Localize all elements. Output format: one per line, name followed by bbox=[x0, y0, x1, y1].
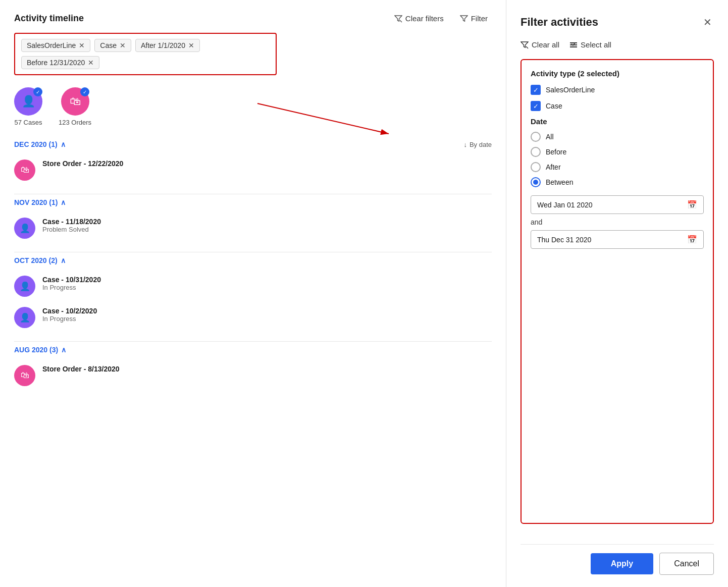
cases-label: 57 Cases bbox=[15, 119, 42, 126]
clear-filters-icon bbox=[394, 15, 402, 23]
calendar-from-icon[interactable]: 📅 bbox=[687, 200, 697, 209]
panel-title: Filter activities bbox=[521, 16, 598, 29]
date-to-input[interactable] bbox=[537, 236, 687, 244]
svg-rect-6 bbox=[570, 46, 577, 47]
remove-before-tag[interactable]: ✕ bbox=[88, 59, 94, 66]
radio-after-label: After bbox=[546, 163, 561, 171]
activity-header: Activity timeline Clear filters Filter bbox=[14, 12, 492, 25]
stat-orders: 🛍 ✓ 123 Orders bbox=[59, 87, 91, 126]
remove-salesorderline-tag[interactable]: ✕ bbox=[79, 42, 85, 49]
store-order-aug-title: Store Order - 8/13/2020 bbox=[42, 365, 492, 373]
radio-before-label: Before bbox=[546, 148, 566, 156]
radio-before-circle[interactable] bbox=[531, 147, 541, 157]
radio-between-label: Between bbox=[546, 178, 573, 186]
left-panel: Activity timeline Clear filters Filter S… bbox=[0, 0, 506, 587]
date-to-input-wrap[interactable]: 📅 bbox=[531, 230, 704, 249]
case-oct2-icon: 👤 bbox=[14, 307, 35, 328]
remove-case-tag[interactable]: ✕ bbox=[120, 42, 126, 49]
radio-after[interactable]: After bbox=[531, 162, 704, 172]
close-button[interactable]: ✕ bbox=[701, 14, 714, 30]
filter-tag-after: After 1/1/2020 ✕ bbox=[135, 39, 200, 52]
radio-between[interactable]: Between bbox=[531, 177, 704, 187]
date-radio-group: All Before After Between bbox=[531, 132, 704, 187]
filter-tags-container: SalesOrderLine ✕ Case ✕ After 1/1/2020 ✕… bbox=[14, 33, 277, 75]
activity-type-title: Activity type (2 selected) bbox=[531, 69, 704, 78]
case-oct1-icon: 👤 bbox=[14, 276, 35, 297]
filter-tag-before: Before 12/31/2020 ✕ bbox=[21, 56, 99, 69]
timeline-item: 🛍 Store Order - 8/13/2020 bbox=[14, 360, 492, 391]
oct-month-label[interactable]: OCT 2020 (2) ∧ bbox=[14, 256, 66, 264]
dec-month-label[interactable]: DEC 2020 (1) ∧ bbox=[14, 140, 66, 148]
right-panel: Filter activities ✕ Clear all Select all… bbox=[506, 0, 728, 587]
timeline-item: 🛍 Store Order - 12/22/2020 bbox=[14, 154, 492, 186]
filter-section-box: Activity type (2 selected) ✓ SalesOrderL… bbox=[521, 59, 714, 524]
checkbox-case[interactable]: ✓ Case bbox=[531, 101, 704, 111]
orders-avatar: 🛍 ✓ bbox=[61, 87, 89, 116]
radio-after-circle[interactable] bbox=[531, 162, 541, 172]
case-nov-sub: Problem Solved bbox=[42, 226, 492, 233]
case-oct1-sub: In Progress bbox=[42, 284, 492, 291]
timeline-dec-2020: DEC 2020 (1) ∧ ↓ By date 🛍 Store Order -… bbox=[14, 140, 492, 186]
select-all-button[interactable]: Select all bbox=[569, 40, 611, 49]
radio-before[interactable]: Before bbox=[531, 147, 704, 157]
salesorderline-label: SalesOrderLine bbox=[546, 86, 595, 94]
checkbox-salesorderline[interactable]: ✓ SalesOrderLine bbox=[531, 85, 704, 95]
timeline-item: 👤 Case - 10/2/2020 In Progress bbox=[14, 302, 492, 333]
clear-all-icon bbox=[521, 41, 529, 49]
date-section-title: Date bbox=[531, 117, 704, 126]
filter-button[interactable]: Filter bbox=[456, 12, 492, 25]
nov-month-header: NOV 2020 (1) ∧ bbox=[14, 198, 492, 206]
svg-line-3 bbox=[526, 46, 528, 48]
timeline-aug-2020: AUG 2020 (3) ∧ 🛍 Store Order - 8/13/2020 bbox=[14, 346, 492, 391]
case-nov-title: Case - 11/18/2020 bbox=[42, 218, 492, 226]
aug-month-label[interactable]: AUG 2020 (3) ∧ bbox=[14, 346, 66, 354]
date-from-input-wrap[interactable]: 📅 bbox=[531, 195, 704, 214]
radio-all[interactable]: All bbox=[531, 132, 704, 142]
apply-button[interactable]: Apply bbox=[591, 553, 653, 574]
timeline-oct-2020: OCT 2020 (2) ∧ 👤 Case - 10/31/2020 In Pr… bbox=[14, 256, 492, 333]
case-oct2-sub: In Progress bbox=[42, 315, 492, 323]
svg-rect-4 bbox=[570, 42, 577, 43]
sort-by-date-button[interactable]: ↓ By date bbox=[463, 141, 492, 148]
salesorderline-checkbox[interactable]: ✓ bbox=[531, 85, 541, 95]
oct-month-header: OCT 2020 (2) ∧ bbox=[14, 256, 492, 264]
clear-filters-button[interactable]: Clear filters bbox=[390, 12, 448, 25]
date-and-label: and bbox=[531, 218, 704, 226]
case-checkbox[interactable]: ✓ bbox=[531, 101, 541, 111]
store-order-icon: 🛍 bbox=[14, 159, 35, 181]
date-from-input[interactable] bbox=[537, 201, 687, 209]
cases-avatar: 👤 ✓ bbox=[14, 87, 42, 116]
panel-header: Filter activities ✕ bbox=[521, 14, 714, 30]
case-label: Case bbox=[546, 102, 562, 110]
radio-between-circle[interactable] bbox=[531, 177, 541, 187]
divider bbox=[14, 341, 492, 342]
cancel-button[interactable]: Cancel bbox=[659, 553, 714, 575]
radio-all-circle[interactable] bbox=[531, 132, 541, 142]
nov-month-label[interactable]: NOV 2020 (1) ∧ bbox=[14, 198, 66, 206]
store-order-aug-icon: 🛍 bbox=[14, 365, 35, 386]
header-actions: Clear filters Filter bbox=[390, 12, 492, 25]
store-order-dec-title: Store Order - 12/22/2020 bbox=[42, 159, 492, 168]
case-oct1-title: Case - 10/31/2020 bbox=[42, 276, 492, 284]
aug-month-header: AUG 2020 (3) ∧ bbox=[14, 346, 492, 354]
divider bbox=[14, 194, 492, 194]
stat-cases: 👤 ✓ 57 Cases bbox=[14, 87, 42, 126]
filter-tag-case: Case ✕ bbox=[94, 39, 131, 52]
radio-all-label: All bbox=[546, 133, 554, 141]
calendar-to-icon[interactable]: 📅 bbox=[687, 235, 697, 244]
panel-toolbar: Clear all Select all bbox=[521, 40, 714, 49]
case-oct2-title: Case - 10/2/2020 bbox=[42, 307, 492, 315]
timeline-item: 👤 Case - 11/18/2020 Problem Solved bbox=[14, 212, 492, 244]
timeline-nov-2020: NOV 2020 (1) ∧ 👤 Case - 11/18/2020 Probl… bbox=[14, 198, 492, 244]
remove-after-tag[interactable]: ✕ bbox=[188, 42, 194, 49]
dec-month-header: DEC 2020 (1) ∧ ↓ By date bbox=[14, 140, 492, 148]
filter-tag-salesorderline: SalesOrderLine ✕ bbox=[21, 39, 90, 52]
svg-line-0 bbox=[400, 20, 402, 22]
clear-all-button[interactable]: Clear all bbox=[521, 40, 559, 49]
select-all-icon bbox=[569, 41, 578, 49]
orders-label: 123 Orders bbox=[59, 119, 91, 126]
filter-icon bbox=[460, 15, 468, 23]
stats-row: 👤 ✓ 57 Cases 🛍 ✓ 123 Orders bbox=[14, 87, 492, 126]
timeline-item: 👤 Case - 10/31/2020 In Progress bbox=[14, 271, 492, 302]
activity-title: Activity timeline bbox=[14, 13, 84, 24]
